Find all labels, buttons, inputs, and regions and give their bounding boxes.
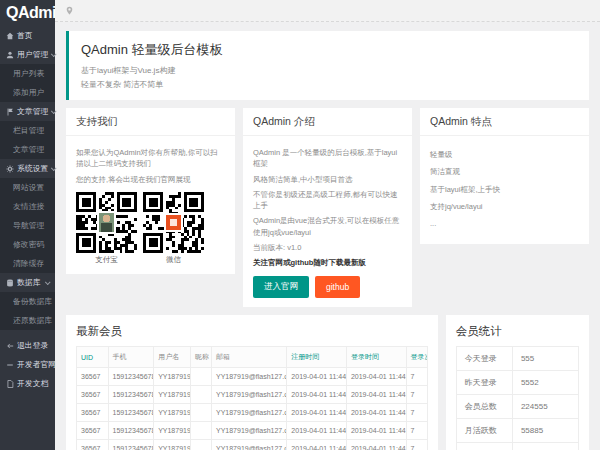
cell-register-time: 2019-04-01 11:44:20 <box>287 368 347 386</box>
member-table-row: 36567 15912345678 YY187919 YY187919@flas… <box>77 422 428 440</box>
col-header-email: 邮箱 <box>211 347 286 368</box>
cell-phone: 15912345678 <box>108 368 154 386</box>
cell-login-time: 2019-04-01 11:44:20 <box>346 368 406 386</box>
bottom-row: 最新会员 UID 手机 用户名 昵称 邮箱 <box>66 315 589 450</box>
qr-codes: 支付宝 微信 <box>76 192 225 265</box>
cell-nickname <box>190 404 211 422</box>
support-card-title: 支持我们 <box>66 108 235 136</box>
cell-login-time: 2019-04-01 11:44:20 <box>346 404 406 422</box>
sidebar-item-user-list[interactable]: 用户列表 <box>0 64 55 83</box>
col-header-nickname: 昵称 <box>190 347 211 368</box>
sidebar-item-backup-database[interactable]: 备份数据库 <box>0 292 55 311</box>
alipay-qr-label: 支付宝 <box>76 255 137 265</box>
cell-uid: 36567 <box>77 368 109 386</box>
sidebar-item-clear-cache[interactable]: 清除缓存 <box>0 254 55 273</box>
sidebar-item-developer-site[interactable]: 开发者官网 <box>0 355 55 374</box>
cell-nickname <box>190 422 211 440</box>
col-header-username: 用户名 <box>154 347 191 368</box>
support-card: 支持我们 如果您认为QAdmin对你有所帮助,你可以扫描以上二维码支持我们 您的… <box>66 108 235 274</box>
sidebar-item-dev-docs[interactable]: 开发文档 <box>0 374 55 393</box>
stats-row: 昨天登录 5552 <box>456 371 578 395</box>
sidebar-item-add-user[interactable]: 添加用户 <box>0 83 55 102</box>
col-header-login-time[interactable]: 登录时间 <box>346 347 406 368</box>
top-bar <box>55 0 600 22</box>
intro-line: 不管你是初级还是高级工程师,都有可以快速上手 <box>253 189 402 212</box>
member-table-row: 36567 15912345678 YY187919 YY187919@flas… <box>77 404 428 422</box>
col-header-register-time[interactable]: 注册时间 <box>287 347 347 368</box>
user-icon <box>5 50 14 59</box>
col-header-uid[interactable]: UID <box>77 347 109 368</box>
member-table-row: 36567 15912345678 YY187919 YY187919@flas… <box>77 440 428 450</box>
cell-login-time: 2019-04-01 11:44:20 <box>346 440 406 450</box>
sidebar: QAdmin 首页 用户管理 用户列表 添加用户 文章管理 <box>0 0 55 450</box>
sidebar-item-friend-links[interactable]: 友情连接 <box>0 197 55 216</box>
col-header-login-count[interactable]: 登录次数 <box>406 347 427 368</box>
feature-line: 轻量级 <box>430 149 579 160</box>
features-card-title: QAdmin 特点 <box>420 108 589 136</box>
location-pin-icon[interactable] <box>65 6 74 15</box>
intro-line: 当前版本: v1.0 <box>253 242 402 253</box>
cell-nickname <box>190 386 211 404</box>
welcome-banner: QAdmin 轻量级后台模板 基于layui框架与Vue.js构建 轻量不复杂 … <box>66 31 589 100</box>
support-text-2: 您的支持,将会出现在我们官网展现 <box>76 174 225 185</box>
member-stats-title: 会员统计 <box>456 324 579 339</box>
feature-line: 简洁直观 <box>430 166 579 177</box>
intro-line: QAdmin 是一个轻量级的后台模板,基于layui框架 <box>253 147 402 170</box>
sidebar-item-restore-database[interactable]: 还原数据库 <box>0 311 55 330</box>
sidebar-item-database[interactable]: 数据库 <box>0 273 55 292</box>
stats-value: 5552 <box>512 371 578 395</box>
home-icon <box>5 31 14 40</box>
database-icon <box>5 278 14 287</box>
cell-uid: 36567 <box>77 440 109 450</box>
sidebar-item-column-management[interactable]: 栏目管理 <box>0 121 55 140</box>
cell-username: YY187919 <box>154 440 191 450</box>
col-header-phone: 手机 <box>108 347 154 368</box>
cell-username: YY187919 <box>154 404 191 422</box>
sidebar-item-user-management[interactable]: 用户管理 <box>0 45 55 64</box>
cell-uid: 36567 <box>77 386 109 404</box>
cell-username: YY187919 <box>154 386 191 404</box>
stats-value: 224555 <box>512 395 578 419</box>
cell-phone: 15912345678 <box>108 440 154 450</box>
cell-email: YY187919@flash127.com <box>211 440 286 450</box>
info-cards-row: 支持我们 如果您认为QAdmin对你有所帮助,你可以扫描以上二维码支持我们 您的… <box>66 108 589 307</box>
wechat-qr-label: 微信 <box>143 255 204 265</box>
stats-value: 55885 <box>512 419 578 443</box>
cell-login-count: 7 <box>406 404 427 422</box>
cell-nickname <box>190 368 211 386</box>
intro-card-title: QAdmin 介绍 <box>243 108 412 136</box>
stats-label: 会员总数 <box>456 395 512 419</box>
enter-site-button[interactable]: 进入官网 <box>253 276 309 298</box>
cell-login-time: 2019-04-01 11:44:20 <box>346 422 406 440</box>
sidebar-item-system-settings[interactable]: 系统设置 <box>0 159 55 178</box>
cell-login-count: 7 <box>406 368 427 386</box>
sidebar-item-site-settings[interactable]: 网站设置 <box>0 178 55 197</box>
intro-lines: QAdmin 是一个轻量级的后台模板,基于layui框架风格简洁简单,中小型项目… <box>253 147 402 253</box>
member-table-row: 36567 15912345678 YY187919 YY187919@flas… <box>77 368 428 386</box>
stats-label: 昨天登录 <box>456 371 512 395</box>
github-button[interactable]: github <box>315 276 360 298</box>
welcome-line2: 轻量不复杂 简洁不简单 <box>81 79 577 90</box>
feature-line: 支持jq/vue/layui <box>430 201 579 212</box>
sidebar-item-nav-management[interactable]: 导航管理 <box>0 216 55 235</box>
cell-phone: 15912345678 <box>108 386 154 404</box>
members-header-row: UID 手机 用户名 昵称 邮箱 注册时间 登录时间 登录次数 <box>77 347 428 368</box>
sidebar-item-article-management[interactable]: 文章管理 <box>0 102 55 121</box>
sidebar-item-logout[interactable]: 退出登录 <box>0 336 55 355</box>
cell-login-time: 2019-04-01 11:44:20 <box>346 386 406 404</box>
sidebar-item-change-password[interactable]: 修改密码 <box>0 235 55 254</box>
wechat-qr-code <box>143 192 204 253</box>
intro-bold-note: 关注官网或github随时下载最新版 <box>253 257 402 268</box>
intro-card: QAdmin 介绍 QAdmin 是一个轻量级的后台模板,基于layui框架风格… <box>243 108 412 307</box>
logout-arrow-icon <box>5 341 14 350</box>
qadmin-app: QAdmin 首页 用户管理 用户列表 添加用户 文章管理 <box>0 0 600 450</box>
minus-icon <box>5 360 14 369</box>
latest-members-panel: 最新会员 UID 手机 用户名 昵称 邮箱 <box>66 315 438 450</box>
stats-row: 今天登录 555 <box>456 347 578 371</box>
sidebar-item-home[interactable]: 首页 <box>0 26 55 45</box>
alipay-qr-code <box>76 192 137 253</box>
stats-label: 月活跃数 <box>456 419 512 443</box>
sidebar-item-article-list[interactable]: 文章管理 <box>0 140 55 159</box>
cell-email: YY187919@flash127.com <box>211 368 286 386</box>
welcome-title: QAdmin 轻量级后台模板 <box>81 41 577 59</box>
